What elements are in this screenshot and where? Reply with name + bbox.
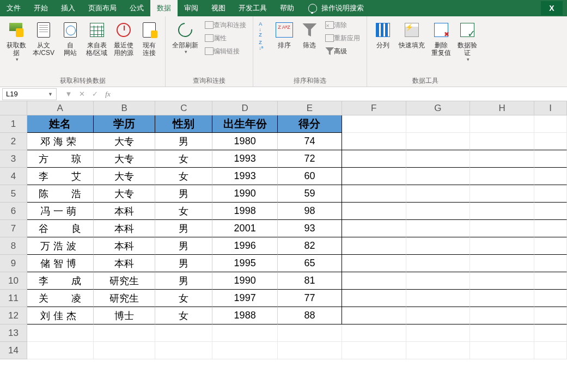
menu-tab-开发工具[interactable]: 开发工具 [232,0,273,16]
cell-year[interactable]: 1990 [212,272,278,290]
menu-tab-视图[interactable]: 视图 [205,0,232,16]
cell[interactable] [470,272,534,290]
cell[interactable] [406,220,471,237]
cell-sex[interactable]: 男 [155,185,212,203]
flash-fill-button[interactable]: 快速填充 [395,19,428,51]
cell[interactable] [342,255,406,272]
sort-button[interactable]: 排序 [272,19,297,51]
cell[interactable] [342,342,406,359]
get-data-button[interactable]: 获取数据▾ [3,19,29,64]
cell[interactable] [470,115,534,133]
cell[interactable] [212,324,278,342]
formula-input[interactable] [118,88,567,100]
cell[interactable] [470,203,534,220]
cell-edu[interactable]: 大专 [94,133,156,150]
cell[interactable] [94,324,156,342]
cell-edu[interactable]: 本科 [94,203,156,220]
cell[interactable] [342,290,406,307]
table-header-cell[interactable]: 出生年份 [212,115,278,133]
row-header-1[interactable]: 1 [0,115,27,133]
from-table-range-button[interactable]: 来自表格/区域 [83,19,111,59]
cell-score[interactable]: 60 [278,168,342,185]
column-header-C[interactable]: C [155,101,212,115]
cell[interactable] [27,342,94,359]
cell[interactable] [406,185,471,203]
cell-year[interactable]: 2001 [212,220,278,237]
cell-sex[interactable]: 女 [155,290,212,307]
cell-score[interactable]: 72 [278,150,342,168]
fx-icon[interactable]: fx [101,90,114,99]
cell[interactable] [470,133,534,150]
cell-edu[interactable]: 大专 [94,150,156,168]
cell[interactable] [406,307,471,324]
cell[interactable] [342,168,406,185]
cell[interactable] [534,237,567,255]
cell[interactable] [155,342,212,359]
cell[interactable] [406,203,471,220]
cell-year[interactable]: 1993 [212,150,278,168]
cell[interactable] [342,237,406,255]
cell-sex[interactable]: 男 [155,220,212,237]
cell[interactable] [534,272,567,290]
cell[interactable] [534,168,567,185]
cell[interactable] [470,150,534,168]
cell[interactable] [342,150,406,168]
table-header-cell[interactable]: 得分 [278,115,342,133]
column-header-F[interactable]: F [342,101,406,115]
row-header-4[interactable]: 4 [0,168,27,185]
cell[interactable] [155,324,212,342]
cell-edu[interactable]: 研究生 [94,272,156,290]
cell-score[interactable]: 82 [278,237,342,255]
cell-year[interactable]: 1995 [212,255,278,272]
reapply-filter-button[interactable]: 重新应用 [322,32,363,45]
column-header-B[interactable]: B [94,101,156,115]
menu-tab-帮助[interactable]: 帮助 [273,0,301,16]
cell[interactable] [534,133,567,150]
row-header-6[interactable]: 6 [0,203,27,220]
row-header-2[interactable]: 2 [0,133,27,150]
cell[interactable] [94,342,156,359]
cell[interactable] [406,255,471,272]
cell[interactable] [470,237,534,255]
clear-filter-button[interactable]: 清除 [322,19,363,32]
column-header-I[interactable]: I [534,101,567,115]
cell[interactable] [406,324,471,342]
cell[interactable] [470,307,534,324]
table-header-cell[interactable]: 姓名 [27,115,94,133]
cell-name[interactable]: 冯一萌 [27,203,94,220]
column-header-G[interactable]: G [406,101,471,115]
cell[interactable] [342,307,406,324]
cell-sex[interactable]: 男 [155,133,212,150]
cell[interactable] [342,272,406,290]
cell[interactable] [534,324,567,342]
cell[interactable] [470,342,534,359]
row-header-5[interactable]: 5 [0,185,27,203]
row-header-7[interactable]: 7 [0,220,27,237]
cell-sex[interactable]: 男 [155,237,212,255]
recent-sources-button[interactable]: 最近使用的源 [111,19,137,59]
cell-name[interactable]: 方琼 [27,150,94,168]
tell-me-search[interactable]: 操作说明搜索 [308,3,364,13]
menu-tab-数据[interactable]: 数据 [150,0,178,16]
cell-edu[interactable]: 博士 [94,307,156,324]
column-header-A[interactable]: A [27,101,94,115]
select-all-corner[interactable] [0,101,27,115]
properties-button[interactable]: 属性 [202,32,249,45]
cell-score[interactable]: 65 [278,255,342,272]
cell-year[interactable]: 1980 [212,133,278,150]
row-header-12[interactable]: 12 [0,307,27,324]
cell-edu[interactable]: 本科 [94,220,156,237]
cell-name[interactable]: 关凌 [27,290,94,307]
from-text-csv-button[interactable]: 从文本/CSV [29,19,58,59]
row-header-8[interactable]: 8 [0,237,27,255]
cell-name[interactable]: 邓海荣 [27,133,94,150]
cell-year[interactable]: 1996 [212,237,278,255]
menu-tab-开始[interactable]: 开始 [27,0,54,16]
row-header-10[interactable]: 10 [0,272,27,290]
text-to-columns-button[interactable]: 分列 [370,19,395,51]
cell-name[interactable]: 李艾 [27,168,94,185]
cell[interactable] [534,290,567,307]
cell-sex[interactable]: 男 [155,272,212,290]
cell-year[interactable]: 1998 [212,203,278,220]
sort-descending-button[interactable] [259,39,270,52]
